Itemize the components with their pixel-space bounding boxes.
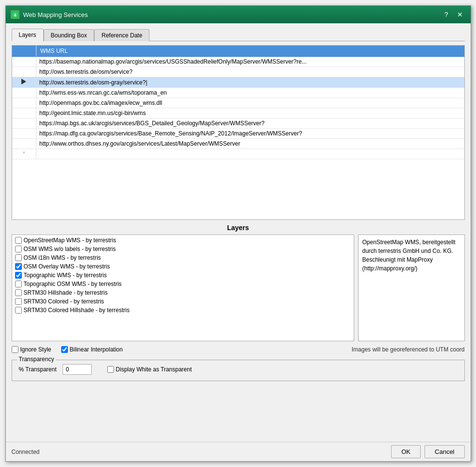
col-header-num <box>12 46 36 57</box>
layer-checkbox[interactable] <box>15 263 22 270</box>
row-num <box>12 88 36 98</box>
list-item[interactable]: SRTM30 Hillshade - by terrestris <box>12 288 354 297</box>
row-num <box>12 129 36 139</box>
layer-label: SRTM30 Colored - by terrestris <box>24 298 104 305</box>
display-white-checkbox[interactable] <box>107 366 114 373</box>
svg-text:4: 4 <box>14 13 16 17</box>
close-button[interactable]: ✕ <box>454 10 466 19</box>
list-item[interactable]: OSM Overlay WMS - by terrestris <box>12 262 354 271</box>
table-row[interactable]: https://map.dfg.ca.gov/arcgis/services/B… <box>12 129 464 139</box>
list-item[interactable]: OSM i18n WMS - by terrestris <box>12 253 354 262</box>
row-num <box>12 118 36 129</box>
transparency-group: Transparency % Transparent Display White… <box>12 360 465 381</box>
url-cell[interactable]: https://map.dfg.ca.gov/arcgis/services/B… <box>36 129 464 139</box>
tab-bar: Layers Bounding Box Reference Date <box>12 28 465 41</box>
list-item[interactable]: SRTM30 Colored - by terrestris <box>12 297 354 306</box>
layers-description: OpenStreetMap WMS, bereitgestellt durch … <box>358 234 465 341</box>
table-row[interactable]: https://map.bgs.ac.uk/arcgis/services/BG… <box>12 118 464 129</box>
layers-content: OpenStreetMap WMS - by terrestrisOSM WMS… <box>12 234 465 341</box>
content-area: Layers Bounding Box Reference Date WMS U… <box>6 23 471 442</box>
layers-list-container: OpenStreetMap WMS - by terrestrisOSM WMS… <box>12 234 354 341</box>
url-cell[interactable]: http://ows.terrestris.de/osm/service? <box>36 67 464 77</box>
layer-label: SRTM30 Colored Hillshade - by terrestris <box>24 307 130 314</box>
layer-checkbox[interactable] <box>15 307 22 314</box>
table-row[interactable]: http://geoint.lmic.state.mn.us/cgi-bin/w… <box>12 108 464 118</box>
percent-transparent-input[interactable] <box>63 364 92 375</box>
layers-section-title: Layers <box>12 224 465 232</box>
url-cell[interactable]: http://wms.ess-ws.nrcan.gc.ca/wms/topora… <box>36 88 464 98</box>
ignore-style-label[interactable]: Ignore Style <box>12 346 51 353</box>
ignore-style-checkbox[interactable] <box>12 346 18 353</box>
status-text: Connected <box>12 449 40 455</box>
table-row[interactable]: http://openmaps.gov.bc.ca/imagex/ecw_wms… <box>12 98 464 108</box>
url-table[interactable]: WMS URL https://basemap.nationalmap.gov/… <box>12 46 464 219</box>
layer-label: SRTM30 Hillshade - by terrestris <box>24 289 108 296</box>
new-row-url[interactable] <box>36 149 464 159</box>
options-row: Ignore Style Bilinear Interpolation Imag… <box>12 345 465 354</box>
bilinear-checkbox[interactable] <box>61 346 68 353</box>
layer-label: OSM Overlay WMS - by terrestris <box>24 263 110 270</box>
layer-checkbox[interactable] <box>15 246 22 252</box>
layer-checkbox[interactable] <box>15 281 22 287</box>
titlebar-left: 4 Web Mapping Services <box>11 10 88 19</box>
list-item[interactable]: Topographic OSM WMS - by terrestris <box>12 280 354 288</box>
titlebar-controls: ? ✕ <box>442 10 466 19</box>
table-row[interactable]: http://wms.ess-ws.nrcan.gc.ca/wms/topora… <box>12 88 464 98</box>
tab-bounding-box[interactable]: Bounding Box <box>44 29 95 41</box>
row-num <box>12 108 36 118</box>
tab-reference-date[interactable]: Reference Date <box>94 29 149 41</box>
layers-section: Layers OpenStreetMap WMS - by terrestris… <box>12 224 465 341</box>
list-item[interactable]: OSM WMS w/o labels - by terrestris <box>12 245 354 253</box>
url-cell[interactable]: http://openmaps.gov.bc.ca/imagex/ecw_wms… <box>36 98 464 108</box>
url-table-container: WMS URL https://basemap.nationalmap.gov/… <box>12 45 465 220</box>
transparency-legend: Transparency <box>17 356 56 363</box>
play-icon <box>21 79 26 84</box>
layer-checkbox[interactable] <box>15 272 22 279</box>
layer-checkbox[interactable] <box>15 289 22 296</box>
row-num <box>12 98 36 108</box>
layer-checkbox[interactable] <box>15 254 22 261</box>
main-window: 4 Web Mapping Services ? ✕ Layers Boundi… <box>5 5 471 462</box>
bilinear-label[interactable]: Bilinear Interpolation <box>61 346 123 353</box>
new-row-marker: * <box>12 149 36 159</box>
layer-label: OSM WMS w/o labels - by terrestris <box>24 246 116 252</box>
table-row[interactable]: https://basemap.nationalmap.gov/arcgis/s… <box>12 57 464 67</box>
layers-list[interactable]: OpenStreetMap WMS - by terrestrisOSM WMS… <box>12 235 354 341</box>
url-cell[interactable]: https://map.bgs.ac.uk/arcgis/services/BG… <box>36 118 464 129</box>
list-item[interactable]: SRTM30 Colored Hillshade - by terrestris <box>12 306 354 315</box>
titlebar: 4 Web Mapping Services ? ✕ <box>6 6 471 23</box>
app-icon: 4 <box>11 10 19 19</box>
row-num <box>12 57 36 67</box>
url-cell[interactable]: https://basemap.nationalmap.gov/arcgis/s… <box>36 57 464 67</box>
layer-checkbox[interactable] <box>15 298 22 305</box>
help-button[interactable]: ? <box>442 10 451 19</box>
list-item[interactable]: OpenStreetMap WMS - by terrestris <box>12 236 354 245</box>
statusbar: Connected OK Cancel <box>6 442 471 461</box>
dialog-buttons: OK Cancel <box>391 445 464 458</box>
table-row[interactable]: http://ows.terrestris.de/osm/service? <box>12 67 464 77</box>
ok-button[interactable]: OK <box>391 445 421 458</box>
row-num <box>12 139 36 149</box>
url-cell[interactable]: http://ows.terrestris.de/osm-gray/servic… <box>36 77 464 88</box>
list-item[interactable]: Topographic WMS - by terrestris <box>12 271 354 280</box>
row-num <box>12 77 36 88</box>
georef-status: Images will be georeferenced to UTM coor… <box>352 346 465 353</box>
table-row[interactable]: http://ows.terrestris.de/osm-gray/servic… <box>12 77 464 88</box>
table-row[interactable]: http://www.orthos.dhses.ny.gov/arcgis/se… <box>12 139 464 149</box>
display-white-label[interactable]: Display White as Transparent <box>107 366 192 373</box>
url-cell[interactable]: http://www.orthos.dhses.ny.gov/arcgis/se… <box>36 139 464 149</box>
layer-label: Topographic OSM WMS - by terrestris <box>24 281 122 287</box>
percent-transparent-label: % Transparent <box>19 366 57 373</box>
tab-layers[interactable]: Layers <box>12 29 44 41</box>
url-cell[interactable]: http://geoint.lmic.state.mn.us/cgi-bin/w… <box>36 108 464 118</box>
transparency-inner: % Transparent Display White as Transpare… <box>19 364 458 375</box>
col-header-url: WMS URL <box>36 46 464 57</box>
row-num <box>12 67 36 77</box>
layer-label: OSM i18n WMS - by terrestris <box>24 254 101 261</box>
window-title: Web Mapping Services <box>23 11 88 18</box>
layer-label: OpenStreetMap WMS - by terrestris <box>24 237 116 244</box>
layer-label: Topographic WMS - by terrestris <box>24 272 107 279</box>
layer-checkbox[interactable] <box>15 237 22 244</box>
cancel-button[interactable]: Cancel <box>425 445 464 458</box>
table-row[interactable]: * <box>12 149 464 159</box>
